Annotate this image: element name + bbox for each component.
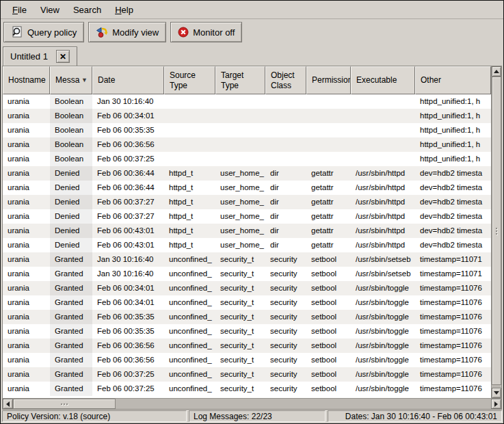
table-cell-permission[interactable] — [306, 137, 351, 152]
table-cell-permission[interactable] — [306, 109, 351, 123]
table-cell-other[interactable]: timestamp=11076 — [415, 295, 491, 310]
table-row[interactable]: urania Boolean Feb 06 00:37:25 httpd_uni… — [3, 152, 491, 166]
table-cell-executable[interactable]: /usr/sbin/httpd — [351, 181, 415, 195]
table-cell-permission[interactable]: getattr — [306, 238, 351, 252]
table-cell-target-type[interactable] — [215, 137, 265, 152]
table-cell-date[interactable]: Feb 06 00:34:01 — [92, 281, 164, 295]
table-cell-hostname[interactable]: urania — [3, 166, 50, 181]
table-cell-permission[interactable]: setbool — [306, 267, 351, 281]
table-cell-object-class[interactable] — [265, 137, 306, 152]
table-cell-permission[interactable]: getattr — [306, 195, 351, 209]
table-cell-object-class[interactable]: dir — [265, 224, 306, 238]
table-cell-object-class[interactable]: dir — [265, 195, 306, 209]
table-row[interactable]: urania Granted Feb 06 00:37:25 unconfine… — [3, 367, 491, 382]
table-row[interactable]: urania Denied Feb 06 00:43:01 httpd_t us… — [3, 238, 491, 252]
table-cell-target-type[interactable]: security_t — [215, 324, 265, 339]
table-cell-source-type[interactable]: unconfined_ — [164, 324, 215, 339]
scroll-right-button[interactable] — [491, 399, 501, 409]
table-cell-target-type[interactable]: security_t — [215, 281, 265, 295]
table-cell-permission[interactable] — [306, 152, 351, 166]
table-cell-hostname[interactable]: urania — [3, 267, 50, 281]
table-cell-source-type[interactable] — [164, 94, 215, 109]
table-cell-date[interactable]: Feb 06 00:37:25 — [92, 382, 164, 396]
table-cell-target-type[interactable]: security_t — [215, 353, 265, 367]
table-cell-message[interactable]: Boolean — [50, 109, 92, 123]
table-cell-target-type[interactable]: user_home_ — [215, 209, 265, 224]
scroll-down-button[interactable] — [492, 388, 501, 398]
table-cell-permission[interactable] — [306, 123, 351, 137]
table-cell-object-class[interactable]: security — [265, 339, 306, 353]
table-cell-hostname[interactable]: urania — [3, 224, 50, 238]
table-cell-date[interactable]: Jan 30 10:16:40 — [92, 267, 164, 281]
table-cell-source-type[interactable]: unconfined_ — [164, 252, 215, 267]
table-cell-other[interactable]: dev=hdb2 timesta — [415, 238, 491, 252]
table-cell-source-type[interactable]: httpd_t — [164, 181, 215, 195]
table-cell-target-type[interactable]: user_home_ — [215, 166, 265, 181]
table-row[interactable]: urania Denied Feb 06 00:37:27 httpd_t us… — [3, 195, 491, 209]
table-cell-object-class[interactable] — [265, 94, 306, 109]
table-cell-other[interactable]: timestamp=11071 — [415, 252, 491, 267]
table-cell-other[interactable]: dev=hdb2 timesta — [415, 195, 491, 209]
table-cell-permission[interactable]: getattr — [306, 181, 351, 195]
scroll-up-button[interactable] — [492, 66, 501, 77]
table-cell-date[interactable]: Feb 06 00:37:27 — [92, 209, 164, 224]
table-cell-date[interactable]: Feb 06 00:35:35 — [92, 310, 164, 324]
table-row[interactable]: urania Boolean Feb 06 00:34:01 httpd_uni… — [3, 109, 491, 123]
table-row[interactable]: urania Granted Feb 06 00:35:35 unconfine… — [3, 310, 491, 324]
table-cell-source-type[interactable]: httpd_t — [164, 209, 215, 224]
table-cell-message[interactable]: Granted — [50, 382, 92, 396]
table-cell-executable[interactable]: /usr/sbin/httpd — [351, 224, 415, 238]
table-cell-object-class[interactable]: security — [265, 353, 306, 367]
table-cell-target-type[interactable]: security_t — [215, 367, 265, 382]
table-cell-source-type[interactable]: unconfined_ — [164, 310, 215, 324]
table-cell-date[interactable]: Feb 06 00:35:35 — [92, 324, 164, 339]
table-cell-permission[interactable]: setbool — [306, 382, 351, 396]
menu-search[interactable]: Search — [67, 3, 107, 17]
table-cell-other[interactable]: timestamp=11076 — [415, 367, 491, 382]
table-row[interactable]: urania Granted Feb 06 00:36:56 unconfine… — [3, 353, 491, 367]
table-cell-object-class[interactable]: security — [265, 281, 306, 295]
table-cell-source-type[interactable]: unconfined_ — [164, 339, 215, 353]
table-cell-hostname[interactable]: urania — [3, 281, 50, 295]
table-cell-date[interactable]: Feb 06 00:35:35 — [92, 123, 164, 137]
table-cell-hostname[interactable]: urania — [3, 137, 50, 152]
table-cell-hostname[interactable]: urania — [3, 181, 50, 195]
table-cell-hostname[interactable]: urania — [3, 123, 50, 137]
table-cell-object-class[interactable]: security — [265, 310, 306, 324]
table-cell-date[interactable]: Feb 06 00:37:25 — [92, 152, 164, 166]
table-cell-permission[interactable]: getattr — [306, 166, 351, 181]
table-cell-hostname[interactable]: urania — [3, 195, 50, 209]
table-cell-object-class[interactable]: security — [265, 367, 306, 382]
table-cell-target-type[interactable]: security_t — [215, 267, 265, 281]
table-cell-executable[interactable]: /usr/sbin/toggle — [351, 324, 415, 339]
table-cell-message[interactable]: Boolean — [50, 137, 92, 152]
column-header-target-type[interactable]: Target Type — [215, 66, 265, 94]
table-cell-message[interactable]: Denied — [50, 181, 92, 195]
query-policy-button[interactable]: Query policy — [3, 22, 84, 42]
table-cell-message[interactable]: Granted — [50, 281, 92, 295]
table-cell-hostname[interactable]: urania — [3, 367, 50, 382]
column-header-executable[interactable]: Executable — [351, 66, 415, 94]
table-row[interactable]: urania Boolean Feb 06 00:36:56 httpd_uni… — [3, 137, 491, 152]
table-cell-permission[interactable]: setbool — [306, 252, 351, 267]
table-row[interactable]: urania Denied Feb 06 00:37:27 httpd_t us… — [3, 209, 491, 224]
table-cell-message[interactable]: Boolean — [50, 94, 92, 109]
table-row[interactable]: urania Denied Feb 06 00:36:44 httpd_t us… — [3, 166, 491, 181]
table-cell-object-class[interactable]: security — [265, 295, 306, 310]
table-cell-target-type[interactable]: security_t — [215, 295, 265, 310]
table-cell-target-type[interactable]: user_home_ — [215, 224, 265, 238]
table-cell-date[interactable]: Feb 06 00:34:01 — [92, 295, 164, 310]
menu-help[interactable]: Help — [109, 3, 140, 17]
table-cell-date[interactable]: Feb 06 00:36:56 — [92, 137, 164, 152]
table-cell-executable[interactable]: /usr/sbin/httpd — [351, 238, 415, 252]
table-cell-executable[interactable]: /usr/sbin/toggle — [351, 295, 415, 310]
table-cell-other[interactable]: timestamp=11076 — [415, 339, 491, 353]
table-cell-target-type[interactable]: security_t — [215, 382, 265, 396]
table-cell-date[interactable]: Feb 06 00:36:44 — [92, 181, 164, 195]
table-row[interactable]: urania Granted Jan 30 10:16:40 unconfine… — [3, 267, 491, 281]
horizontal-scrollbar-thumb[interactable] — [13, 399, 116, 409]
table-cell-target-type[interactable] — [215, 123, 265, 137]
table-cell-hostname[interactable]: urania — [3, 109, 50, 123]
table-cell-permission[interactable]: setbool — [306, 295, 351, 310]
table-cell-hostname[interactable]: urania — [3, 152, 50, 166]
